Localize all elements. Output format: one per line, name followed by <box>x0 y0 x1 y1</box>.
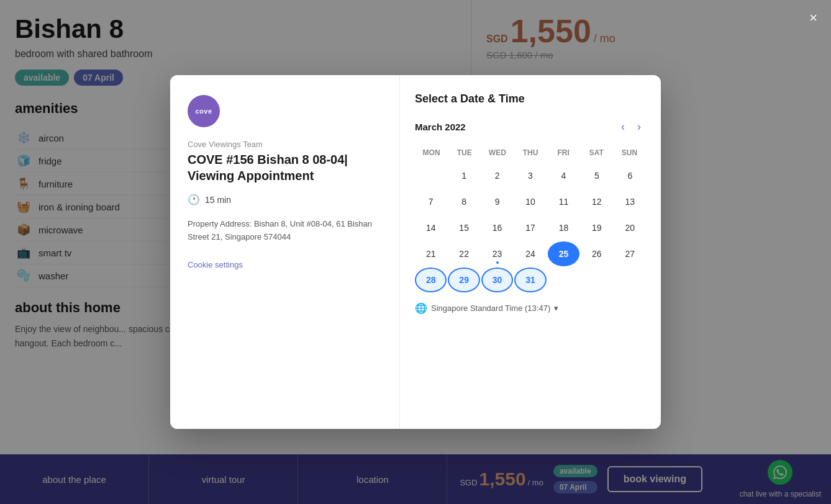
calendar-cell[interactable]: 10 <box>514 189 546 214</box>
timezone-chevron: ▾ <box>554 304 558 313</box>
calendar-cell[interactable]: 28 <box>415 268 447 292</box>
month-navigation: March 2022 ‹ › <box>415 118 646 136</box>
calendar-cell[interactable]: 5 <box>581 163 612 188</box>
modal-close-button[interactable]: × <box>809 11 817 25</box>
calendar-cell[interactable]: 27 <box>614 241 646 266</box>
calendar-cell[interactable]: 17 <box>514 215 546 240</box>
calendar-cell[interactable]: 3 <box>514 163 546 188</box>
month-label: March 2022 <box>415 122 466 132</box>
calendar-cell <box>415 163 447 188</box>
calendar-cell[interactable]: 8 <box>448 189 479 214</box>
calendar-cell[interactable]: 1 <box>448 163 479 188</box>
calendar-day-header: SUN <box>613 146 646 160</box>
cookie-settings-link[interactable]: Cookie settings <box>188 260 243 269</box>
calendar-cell <box>614 268 646 292</box>
calendar-cell[interactable]: 23 <box>481 241 513 266</box>
calendar-day-header: SAT <box>580 146 613 160</box>
clock-icon: 🕐 <box>188 194 200 205</box>
cove-team-label: Cove Viewings Team <box>188 140 382 149</box>
calendar-cell[interactable]: 16 <box>481 215 513 240</box>
calendar-grid: MONTUEWEDTHUFRISATSUN 123456789101112131… <box>415 146 646 292</box>
calendar-day-header: WED <box>481 146 514 160</box>
calendar-cell[interactable]: 14 <box>415 215 447 240</box>
calendar-title: Select a Date & Time <box>415 92 646 106</box>
calendar-cell[interactable]: 7 <box>415 189 447 214</box>
calendar-cell[interactable]: 30 <box>481 268 513 292</box>
address-label: Property Address: <box>188 219 252 228</box>
viewing-modal: cove Cove Viewings Team COVE #156 Bishan… <box>170 75 661 429</box>
calendar-cell[interactable]: 21 <box>415 241 447 266</box>
calendar-cell[interactable]: 6 <box>614 163 646 188</box>
calendar-cell[interactable]: 18 <box>548 215 579 240</box>
calendar-body: 1234567891011121314151617181920212223242… <box>415 163 646 292</box>
calendar-cell[interactable]: 9 <box>481 189 513 214</box>
calendar-cell[interactable]: 19 <box>581 215 612 240</box>
calendar-cell <box>548 268 579 292</box>
prev-month-button[interactable]: ‹ <box>616 118 630 136</box>
calendar-cell[interactable]: 2 <box>481 163 513 188</box>
calendar-cell[interactable]: 13 <box>614 189 646 214</box>
address-text: Property Address: Bishan 8, Unit #08-04,… <box>188 218 382 244</box>
calendar-day-header: MON <box>415 146 448 160</box>
calendar-header: MONTUEWEDTHUFRISATSUN <box>415 146 646 160</box>
next-month-button[interactable]: › <box>632 118 646 136</box>
calendar-cell[interactable]: 11 <box>548 189 579 214</box>
modal-right-panel: Select a Date & Time March 2022 ‹ › MONT… <box>400 75 661 429</box>
appointment-title: COVE #156 Bishan 8 08-04| Viewing Appoin… <box>188 151 382 184</box>
calendar-cell[interactable]: 22 <box>448 241 479 266</box>
calendar-day-header: TUE <box>448 146 481 160</box>
calendar-cell[interactable]: 25 <box>548 241 579 266</box>
calendar-cell[interactable]: 29 <box>448 268 479 292</box>
timezone-row[interactable]: 🌐 Singapore Standard Time (13:47) ▾ <box>415 302 646 314</box>
timezone-text: Singapore Standard Time (13:47) <box>431 304 550 313</box>
modal-left-panel: cove Cove Viewings Team COVE #156 Bishan… <box>170 75 400 429</box>
globe-icon: 🌐 <box>415 302 427 314</box>
cove-logo: cove <box>188 95 220 127</box>
calendar-day-header: THU <box>514 146 547 160</box>
duration-row: 🕐 15 min <box>188 194 382 205</box>
calendar-cell[interactable]: 24 <box>514 241 546 266</box>
calendar-cell[interactable]: 26 <box>581 241 612 266</box>
calendar-cell[interactable]: 31 <box>514 268 546 292</box>
month-nav-buttons: ‹ › <box>616 118 646 136</box>
calendar-cell[interactable]: 4 <box>548 163 579 188</box>
calendar-cell[interactable]: 15 <box>448 215 479 240</box>
calendar-cell[interactable]: 12 <box>581 189 612 214</box>
calendar-day-header: FRI <box>547 146 580 160</box>
duration-text: 15 min <box>205 195 231 205</box>
calendar-cell[interactable]: 20 <box>614 215 646 240</box>
calendar-cell <box>581 268 612 292</box>
